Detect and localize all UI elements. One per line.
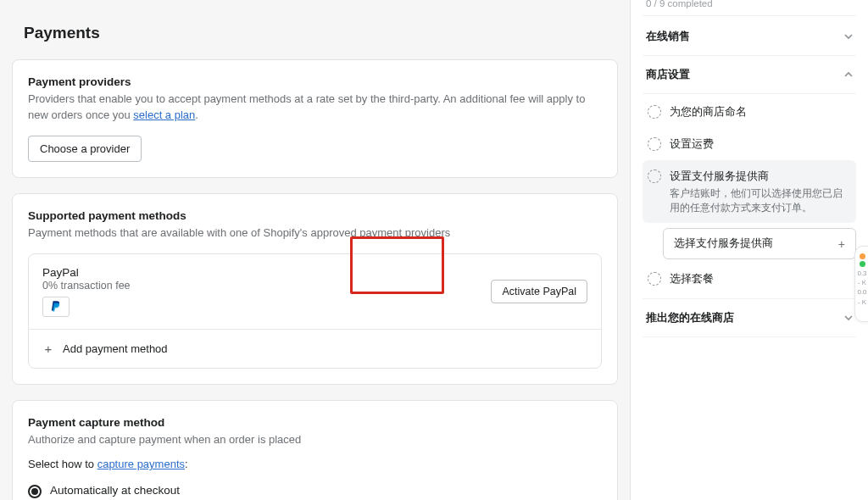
widget-line: - K: [857, 278, 867, 287]
chevron-up-icon: [844, 70, 853, 79]
sidebar-section-label: 商店设置: [646, 67, 690, 82]
plus-icon: +: [838, 237, 845, 251]
chevron-down-icon: [844, 314, 853, 322]
sidebar-section-launch[interactable]: 推出您的在线商店: [643, 298, 856, 337]
activate-paypal-button[interactable]: Activate PayPal: [491, 280, 587, 303]
step-action-label: 选择支付服务提供商: [674, 236, 773, 251]
payment-providers-title: Payment providers: [28, 75, 602, 88]
add-payment-method-label: Add payment method: [63, 342, 168, 355]
select-plan-link[interactable]: select a plan: [133, 108, 195, 121]
paypal-row: PayPal 0% transaction fee Activate PayPa…: [29, 254, 601, 329]
choose-payment-provider-action[interactable]: 选择支付服务提供商 +: [663, 228, 856, 259]
payment-capture-desc: Authorize and capture payment when an or…: [28, 432, 602, 448]
choose-provider-button[interactable]: Choose a provider: [28, 136, 142, 162]
capture-intro: Select how to capture payments:: [28, 458, 602, 470]
status-dot-orange-icon: [860, 253, 865, 259]
sidebar-section-label: 在线销售: [646, 29, 690, 44]
step-shipping[interactable]: 设置运费: [643, 128, 856, 160]
step-title: 为您的商店命名: [670, 104, 747, 119]
widget-line: 0.0: [857, 287, 867, 297]
sidebar-section-label: 推出您的在线商店: [646, 310, 734, 325]
setup-progress: 0 / 9 completed: [643, 0, 856, 16]
supported-methods-list: PayPal 0% transaction fee Activate PayPa…: [28, 253, 602, 369]
step-title: 设置运费: [670, 136, 714, 152]
supported-methods-card: Supported payment methods Payment method…: [12, 193, 618, 385]
radio-label: Automatically at checkout: [50, 484, 180, 497]
paypal-fee: 0% transaction fee: [42, 280, 131, 292]
setup-guide-sidebar: 0 / 9 completed 在线销售 商店设置 为您的商店命名 设置运费 设…: [630, 0, 868, 500]
step-choose-plan[interactable]: 选择套餐: [643, 263, 856, 295]
paypal-name: PayPal: [42, 266, 131, 279]
capture-payments-link[interactable]: capture payments: [97, 458, 185, 470]
step-name-store[interactable]: 为您的商店命名: [643, 96, 856, 128]
providers-desc-post: .: [195, 108, 198, 121]
radio-icon: [28, 485, 42, 498]
chevron-down-icon: [844, 32, 853, 41]
page-title: Payments: [24, 24, 618, 42]
edge-widget[interactable]: 0.3 - K 0.0 - K: [854, 246, 868, 322]
widget-line: - K: [857, 297, 867, 307]
dashed-circle-icon: [648, 272, 661, 286]
plus-icon: +: [42, 342, 54, 356]
dashed-circle-icon: [648, 105, 661, 119]
step-payment-provider[interactable]: 设置支付服务提供商 客户结账时，他们可以选择使用您已启用的任意付款方式来支付订单…: [643, 160, 856, 223]
dashed-circle-icon: [648, 137, 661, 151]
sidebar-section-store-settings[interactable]: 商店设置: [643, 56, 856, 94]
step-desc: 客户结账时，他们可以选择使用您已启用的任意付款方式来支付订单。: [670, 186, 851, 214]
widget-line: 0.3: [857, 269, 867, 278]
payment-capture-title: Payment capture method: [28, 416, 602, 429]
step-title: 设置支付服务提供商: [670, 169, 769, 182]
providers-desc-pre: Providers that enable you to accept paym…: [28, 92, 585, 121]
add-payment-method-row[interactable]: + Add payment method: [29, 329, 601, 368]
capture-intro-pre: Select how to: [28, 458, 97, 470]
capture-radio-group: Automatically at checkout Authorize and …: [28, 479, 602, 500]
status-dot-green-icon: [860, 261, 865, 267]
supported-methods-title: Supported payment methods: [28, 209, 602, 222]
dashed-circle-icon: [648, 169, 661, 183]
payment-providers-card: Payment providers Providers that enable …: [12, 59, 618, 178]
paypal-icon: [42, 297, 70, 317]
store-settings-steps: 为您的商店命名 设置运费 设置支付服务提供商 客户结账时，他们可以选择使用您已启…: [643, 94, 856, 295]
capture-option-auto-checkout[interactable]: Automatically at checkout Authorize and …: [28, 479, 602, 500]
payment-providers-desc: Providers that enable you to accept paym…: [28, 92, 602, 124]
supported-methods-desc: Payment methods that are available with …: [28, 225, 602, 242]
step-title: 选择套餐: [670, 271, 714, 286]
payment-capture-card: Payment capture method Authorize and cap…: [12, 400, 618, 500]
main-content: Payments Payment providers Providers tha…: [0, 0, 630, 500]
capture-intro-post: :: [185, 458, 188, 470]
sidebar-section-online-sales[interactable]: 在线销售: [643, 18, 856, 56]
